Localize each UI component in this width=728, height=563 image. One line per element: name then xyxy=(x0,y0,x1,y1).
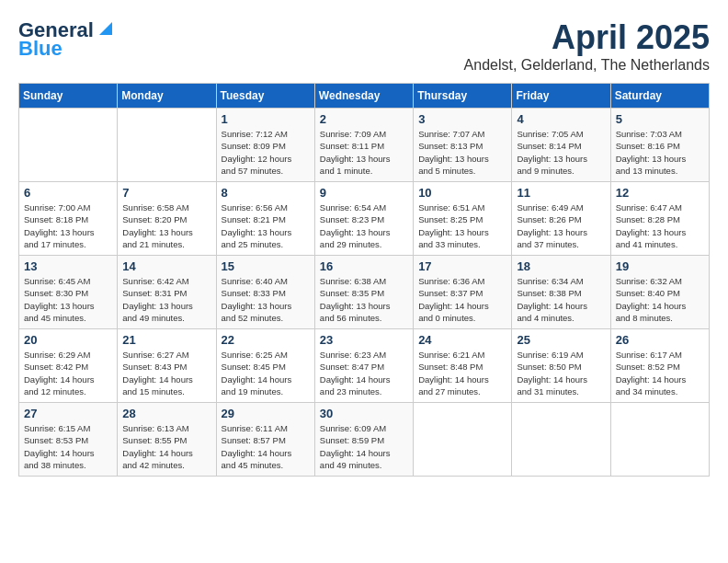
day-number: 3 xyxy=(418,112,506,126)
day-info: Sunrise: 6:58 AM Sunset: 8:20 PM Dayligh… xyxy=(122,201,210,250)
week-row-2: 6Sunrise: 7:00 AM Sunset: 8:18 PM Daylig… xyxy=(19,182,710,256)
header-saturday: Saturday xyxy=(610,84,709,109)
day-number: 27 xyxy=(24,407,112,420)
calendar-cell-w1-d2 xyxy=(118,109,216,182)
day-info: Sunrise: 7:03 AM Sunset: 8:16 PM Dayligh… xyxy=(616,128,704,177)
day-number: 18 xyxy=(517,259,605,273)
day-info: Sunrise: 6:13 AM Sunset: 8:55 PM Dayligh… xyxy=(122,422,210,471)
calendar-cell-w1-d5: 3Sunrise: 7:07 AM Sunset: 8:13 PM Daylig… xyxy=(414,109,512,182)
week-row-5: 27Sunrise: 6:15 AM Sunset: 8:53 PM Dayli… xyxy=(19,403,710,477)
calendar-cell-w5-d4: 30Sunrise: 6:09 AM Sunset: 8:59 PM Dayli… xyxy=(314,403,413,477)
page-header: General Blue April 2025 Andelst, Gelderl… xyxy=(18,18,710,74)
day-info: Sunrise: 6:38 AM Sunset: 8:35 PM Dayligh… xyxy=(320,275,408,324)
day-info: Sunrise: 6:11 AM Sunset: 8:57 PM Dayligh… xyxy=(222,422,310,471)
day-number: 15 xyxy=(222,259,310,273)
calendar-cell-w4-d7: 26Sunrise: 6:17 AM Sunset: 8:52 PM Dayli… xyxy=(610,329,709,403)
calendar-cell-w2-d2: 7Sunrise: 6:58 AM Sunset: 8:20 PM Daylig… xyxy=(118,182,216,256)
day-info: Sunrise: 6:23 AM Sunset: 8:47 PM Dayligh… xyxy=(320,349,408,397)
week-row-4: 20Sunrise: 6:29 AM Sunset: 8:42 PM Dayli… xyxy=(19,329,710,403)
svg-marker-0 xyxy=(99,22,112,35)
day-number: 28 xyxy=(122,407,210,420)
day-number: 1 xyxy=(222,112,310,126)
header-wednesday: Wednesday xyxy=(314,84,413,109)
day-number: 20 xyxy=(24,333,112,347)
day-info: Sunrise: 6:21 AM Sunset: 8:48 PM Dayligh… xyxy=(418,349,506,397)
day-info: Sunrise: 6:29 AM Sunset: 8:42 PM Dayligh… xyxy=(24,349,112,397)
day-number: 8 xyxy=(222,186,310,200)
day-number: 14 xyxy=(122,259,210,273)
calendar-cell-w4-d3: 22Sunrise: 6:25 AM Sunset: 8:45 PM Dayli… xyxy=(216,329,314,403)
day-number: 22 xyxy=(222,333,310,347)
day-info: Sunrise: 6:25 AM Sunset: 8:45 PM Dayligh… xyxy=(222,349,310,397)
calendar-cell-w5-d1: 27Sunrise: 6:15 AM Sunset: 8:53 PM Dayli… xyxy=(19,403,118,477)
day-info: Sunrise: 7:12 AM Sunset: 8:09 PM Dayligh… xyxy=(222,128,310,177)
calendar-header-row: Sunday Monday Tuesday Wednesday Thursday… xyxy=(19,84,710,109)
week-row-1: 1Sunrise: 7:12 AM Sunset: 8:09 PM Daylig… xyxy=(19,109,710,182)
day-number: 23 xyxy=(320,333,408,347)
title-section: April 2025 Andelst, Gelderland, The Neth… xyxy=(464,18,710,74)
calendar-cell-w5-d2: 28Sunrise: 6:13 AM Sunset: 8:55 PM Dayli… xyxy=(118,403,216,477)
calendar-cell-w4-d6: 25Sunrise: 6:19 AM Sunset: 8:50 PM Dayli… xyxy=(512,329,610,403)
calendar-cell-w4-d4: 23Sunrise: 6:23 AM Sunset: 8:47 PM Dayli… xyxy=(314,329,413,403)
calendar-cell-w3-d4: 16Sunrise: 6:38 AM Sunset: 8:35 PM Dayli… xyxy=(314,256,413,329)
day-number: 11 xyxy=(517,186,605,200)
day-info: Sunrise: 6:09 AM Sunset: 8:59 PM Dayligh… xyxy=(320,422,408,471)
calendar-cell-w2-d3: 8Sunrise: 6:56 AM Sunset: 8:21 PM Daylig… xyxy=(216,182,314,256)
day-info: Sunrise: 6:54 AM Sunset: 8:23 PM Dayligh… xyxy=(320,201,408,250)
header-sunday: Sunday xyxy=(19,84,118,109)
day-number: 16 xyxy=(320,259,408,273)
day-number: 4 xyxy=(517,112,605,126)
day-number: 6 xyxy=(24,186,112,200)
day-number: 5 xyxy=(616,112,704,126)
day-number: 9 xyxy=(320,186,408,200)
day-number: 30 xyxy=(320,407,408,420)
calendar-cell-w4-d1: 20Sunrise: 6:29 AM Sunset: 8:42 PM Dayli… xyxy=(19,329,118,403)
logo-blue: Blue xyxy=(18,37,63,61)
calendar-cell-w3-d7: 19Sunrise: 6:32 AM Sunset: 8:40 PM Dayli… xyxy=(610,256,709,329)
calendar-cell-w5-d5 xyxy=(414,403,512,477)
day-info: Sunrise: 6:49 AM Sunset: 8:26 PM Dayligh… xyxy=(517,201,605,250)
day-number: 2 xyxy=(320,112,408,126)
day-info: Sunrise: 6:36 AM Sunset: 8:37 PM Dayligh… xyxy=(418,275,506,324)
calendar-cell-w4-d2: 21Sunrise: 6:27 AM Sunset: 8:43 PM Dayli… xyxy=(118,329,216,403)
day-info: Sunrise: 6:19 AM Sunset: 8:50 PM Dayligh… xyxy=(517,349,605,397)
day-info: Sunrise: 6:32 AM Sunset: 8:40 PM Dayligh… xyxy=(616,275,704,324)
logo-triangle-icon xyxy=(96,18,116,39)
calendar-cell-w3-d1: 13Sunrise: 6:45 AM Sunset: 8:30 PM Dayli… xyxy=(19,256,118,329)
day-number: 19 xyxy=(616,259,704,273)
day-number: 25 xyxy=(517,333,605,347)
day-info: Sunrise: 6:34 AM Sunset: 8:38 PM Dayligh… xyxy=(517,275,605,324)
week-row-3: 13Sunrise: 6:45 AM Sunset: 8:30 PM Dayli… xyxy=(19,256,710,329)
day-number: 26 xyxy=(616,333,704,347)
calendar-cell-w1-d7: 5Sunrise: 7:03 AM Sunset: 8:16 PM Daylig… xyxy=(610,109,709,182)
calendar-cell-w1-d1 xyxy=(19,109,118,182)
calendar-cell-w2-d6: 11Sunrise: 6:49 AM Sunset: 8:26 PM Dayli… xyxy=(512,182,610,256)
day-number: 21 xyxy=(122,333,210,347)
day-info: Sunrise: 7:09 AM Sunset: 8:11 PM Dayligh… xyxy=(320,128,408,177)
day-info: Sunrise: 6:51 AM Sunset: 8:25 PM Dayligh… xyxy=(418,201,506,250)
day-info: Sunrise: 6:47 AM Sunset: 8:28 PM Dayligh… xyxy=(616,201,704,250)
day-number: 17 xyxy=(418,259,506,273)
calendar-cell-w3-d5: 17Sunrise: 6:36 AM Sunset: 8:37 PM Dayli… xyxy=(414,256,512,329)
day-number: 10 xyxy=(418,186,506,200)
day-info: Sunrise: 6:15 AM Sunset: 8:53 PM Dayligh… xyxy=(24,422,112,471)
day-number: 29 xyxy=(222,407,310,420)
calendar-cell-w1-d3: 1Sunrise: 7:12 AM Sunset: 8:09 PM Daylig… xyxy=(216,109,314,182)
calendar-cell-w3-d3: 15Sunrise: 6:40 AM Sunset: 8:33 PM Dayli… xyxy=(216,256,314,329)
calendar-cell-w1-d4: 2Sunrise: 7:09 AM Sunset: 8:11 PM Daylig… xyxy=(314,109,413,182)
calendar-cell-w4-d5: 24Sunrise: 6:21 AM Sunset: 8:48 PM Dayli… xyxy=(414,329,512,403)
day-info: Sunrise: 6:40 AM Sunset: 8:33 PM Dayligh… xyxy=(222,275,310,324)
calendar-cell-w2-d4: 9Sunrise: 6:54 AM Sunset: 8:23 PM Daylig… xyxy=(314,182,413,256)
calendar-cell-w2-d5: 10Sunrise: 6:51 AM Sunset: 8:25 PM Dayli… xyxy=(414,182,512,256)
calendar-cell-w1-d6: 4Sunrise: 7:05 AM Sunset: 8:14 PM Daylig… xyxy=(512,109,610,182)
calendar-cell-w5-d7 xyxy=(610,403,709,477)
logo: General Blue xyxy=(18,18,116,61)
day-info: Sunrise: 7:07 AM Sunset: 8:13 PM Dayligh… xyxy=(418,128,506,177)
calendar-cell-w3-d6: 18Sunrise: 6:34 AM Sunset: 8:38 PM Dayli… xyxy=(512,256,610,329)
location-subtitle: Andelst, Gelderland, The Netherlands xyxy=(464,57,710,74)
header-friday: Friday xyxy=(512,84,610,109)
calendar-table: Sunday Monday Tuesday Wednesday Thursday… xyxy=(18,83,710,477)
day-info: Sunrise: 7:00 AM Sunset: 8:18 PM Dayligh… xyxy=(24,201,112,250)
day-number: 24 xyxy=(418,333,506,347)
header-monday: Monday xyxy=(118,84,216,109)
